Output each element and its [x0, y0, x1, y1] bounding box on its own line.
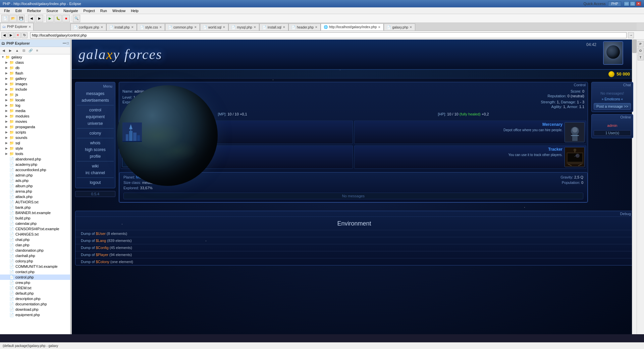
tab-close[interactable]: ✕	[410, 26, 412, 29]
tree-flash[interactable]: ▶ 📁 flash	[0, 70, 70, 76]
tab-mysql[interactable]: 📄 mysql.php ✕	[228, 23, 259, 31]
menu-wiki[interactable]: wiki	[77, 163, 114, 169]
menu-irc[interactable]: irc channel	[77, 169, 114, 176]
tab-galaxy[interactable]: 📄 galaxy.php ✕	[384, 23, 415, 31]
tree-download[interactable]: 📄 download.php	[0, 307, 70, 312]
env-item-colony[interactable]: Dump of $Colony (one element)	[75, 258, 633, 265]
env-item-lang[interactable]: Dump of $Lang (839 elements)	[75, 237, 633, 244]
tab-install-sql[interactable]: 📄 install.sql ✕	[259, 23, 288, 31]
tb-open[interactable]: 📂	[9, 15, 17, 22]
exp-collapse[interactable]: ⊟	[21, 48, 27, 53]
tree-clanhall[interactable]: 📄 clanhall.php	[0, 253, 70, 258]
tab-close[interactable]: ✕	[254, 26, 256, 29]
nav-forward[interactable]: ▶	[8, 32, 14, 38]
menu-logout[interactable]: logout	[77, 179, 114, 186]
tree-admin[interactable]: 📄 admin.php	[0, 172, 70, 178]
tree-bank[interactable]: 📄 bank.php	[0, 205, 70, 210]
tree-crew-txt[interactable]: 📄 CREW.txt	[0, 285, 70, 291]
tree-movies[interactable]: ▶ 📁 movies	[0, 119, 70, 124]
menu-equipment[interactable]: equipment	[77, 113, 114, 120]
tree-sounds[interactable]: ▶ 📁 sounds	[0, 135, 70, 140]
tab-style[interactable]: 📄 style.css ✕	[137, 23, 165, 31]
menu-source[interactable]: Source	[44, 8, 61, 13]
tree-root-galaxy[interactable]: ▼ 📁 galaxy	[0, 54, 70, 60]
menu-colony[interactable]: colony	[77, 130, 114, 137]
tree-changes[interactable]: 📄 CHANGES.txt	[0, 232, 70, 237]
close-button[interactable]: ✕	[636, 1, 641, 6]
tree-album[interactable]: 📄 album.php	[0, 183, 70, 189]
tab-php-explorer[interactable]: 🗂 PHP Explorer ✕	[0, 23, 34, 31]
menu-messages[interactable]: messages	[77, 90, 114, 97]
tree-log[interactable]: ▶ 📁 log	[0, 103, 70, 108]
tree-accountlocked[interactable]: 📄 accountlocked.php	[0, 167, 70, 172]
nav-refresh[interactable]: ↻	[21, 32, 28, 38]
tree-js[interactable]: ▶ 📁 js	[0, 92, 70, 97]
tree-clan[interactable]: 📄 clan.php	[0, 242, 70, 248]
tree-equipment[interactable]: 📄 equipment.php	[0, 312, 70, 317]
distribute-link[interactable]: Distribute >>	[159, 95, 180, 99]
env-item-config[interactable]: Dump of $Config (45 elements)	[75, 244, 633, 251]
card-galactic-academy[interactable]: Galactic Academy Here you can train your…	[120, 120, 353, 144]
tb-save[interactable]: 💾	[17, 15, 25, 22]
menu-project[interactable]: Project	[81, 8, 98, 13]
stats-link[interactable]: «Statistics »	[146, 89, 165, 93]
tb-new[interactable]: 📄	[1, 15, 9, 22]
menu-help[interactable]: Help	[128, 8, 141, 13]
card-teleport[interactable]: Teleport Gate to fast (but not free) spa…	[120, 145, 353, 169]
tree-control[interactable]: 📄 control.php	[0, 275, 70, 280]
exp-up[interactable]: ▲	[14, 48, 20, 53]
tree-chat[interactable]: 📄 chat.php	[0, 237, 70, 242]
chat-emoticons[interactable]: » Emoticons «	[594, 97, 631, 102]
tab-install[interactable]: 📄 install.php ✕	[106, 23, 137, 31]
tree-calendar[interactable]: 📄 calendar.php	[0, 221, 70, 226]
address-input[interactable]: http://localhost/galaxy/control.php	[30, 32, 627, 38]
menu-refactor[interactable]: Refactor	[24, 8, 44, 13]
tree-academy[interactable]: 📄 academy.php	[0, 162, 70, 167]
tree-community[interactable]: 📄 COMMUNITY.txt.example	[0, 264, 70, 269]
tab-close[interactable]: ✕	[159, 26, 162, 29]
nav-go[interactable]: →	[628, 32, 634, 38]
tab-header[interactable]: 📄 header.php ✕	[288, 23, 321, 31]
post-message-button[interactable]: Post a message >>	[594, 103, 631, 110]
card-tracker[interactable]: Tracker You can use it to track other pl…	[354, 145, 587, 169]
menu-highscores[interactable]: high scores	[77, 146, 114, 153]
tb-back[interactable]: ◀	[28, 15, 35, 22]
tree-colony[interactable]: 📄 colony.php	[0, 258, 70, 264]
rs-tasks[interactable]: T	[638, 54, 644, 60]
tree-banner[interactable]: 📄 BANNER.txt.example	[0, 210, 70, 215]
tree-tools[interactable]: ▶ 📁 tools	[0, 151, 70, 156]
menu-universe[interactable]: universe	[77, 120, 114, 127]
tree-ads[interactable]: 📄 ads.php	[0, 178, 70, 183]
tree-authors[interactable]: 📄 AUTHORS.txt	[0, 199, 70, 205]
tree-crew[interactable]: 📄 crew.php	[0, 280, 70, 285]
tab-close[interactable]: ✕	[315, 26, 318, 29]
tree-style[interactable]: ▶ 📁 style	[0, 146, 70, 151]
tree-description[interactable]: 📄 description.php	[0, 296, 70, 301]
exp-back[interactable]: ◀	[1, 48, 7, 53]
menu-profile[interactable]: profile	[77, 153, 114, 160]
menu-navigate[interactable]: Navigate	[61, 8, 80, 13]
tb-debug[interactable]: 🐛	[54, 15, 62, 22]
tb-search[interactable]: 🔍	[73, 15, 80, 22]
rs-properties[interactable]: P	[638, 41, 644, 47]
tb-forward[interactable]: ▶	[36, 15, 43, 22]
tab-close[interactable]: ✕	[194, 26, 197, 29]
tree-scripts[interactable]: ▶ 📁 scripts	[0, 130, 70, 135]
tree-default[interactable]: 📄 default.php	[0, 291, 70, 296]
tb-run[interactable]: ▶	[46, 15, 54, 22]
tree-arena[interactable]: 📄 arena.php	[0, 189, 70, 194]
tab-close[interactable]: ✕	[378, 26, 381, 29]
rs-outline[interactable]: O	[638, 48, 644, 54]
tree-gallery[interactable]: ▶ 📁 gallery	[0, 76, 70, 81]
tab-configure[interactable]: 📄 configure.php ✕	[70, 23, 106, 31]
explorer-tab-close[interactable]: ✕	[29, 25, 31, 29]
tree-clandonation[interactable]: 📄 clandonation.php	[0, 248, 70, 253]
exp-menu[interactable]: ≡	[34, 48, 40, 53]
explorer-minimize-icon[interactable]: —	[63, 41, 66, 45]
tree-media[interactable]: ▶ 📁 media	[0, 108, 70, 113]
exp-link[interactable]: 🔗	[28, 48, 34, 53]
tree-sql[interactable]: ▶ 📁 sql	[0, 140, 70, 146]
tree-propaganda[interactable]: ▶ 📁 propaganda	[0, 124, 70, 130]
tree-images[interactable]: ▶ 📁 images	[0, 81, 70, 87]
tree-abandoned[interactable]: 📄 abandoned.php	[0, 156, 70, 162]
